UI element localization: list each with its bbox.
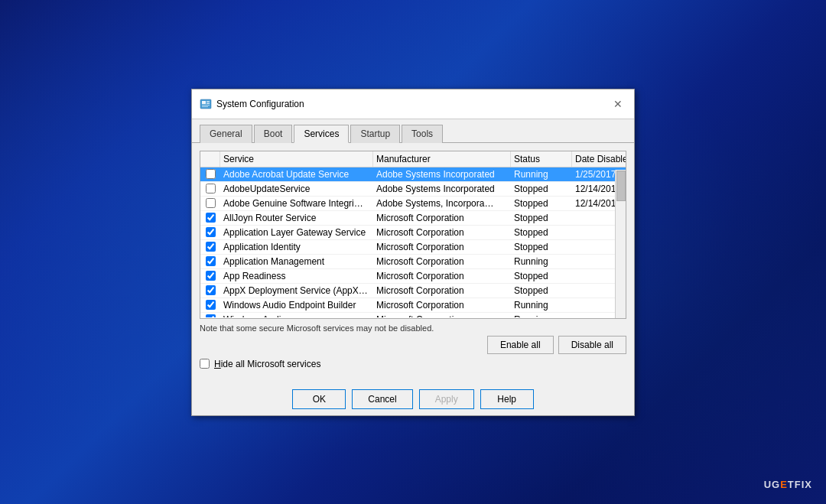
row-service: Adobe Genuine Software Integri…: [220, 197, 373, 210]
header-status: Status: [511, 151, 572, 167]
title-bar-left: System Configuration: [200, 98, 304, 110]
row-checkbox[interactable]: [206, 300, 216, 310]
svg-rect-2: [206, 101, 210, 102]
row-checkbox[interactable]: [206, 169, 216, 179]
row-checkbox-cell[interactable]: [200, 240, 220, 253]
svg-rect-4: [202, 105, 210, 106]
row-status: Stopped: [511, 269, 572, 283]
apply-button[interactable]: Apply: [419, 389, 474, 409]
table-header: Service Manufacturer Status Date Disable…: [200, 151, 626, 167]
row-status: Running: [511, 255, 572, 268]
row-manufacturer: Adobe Systems, Incorpora…: [373, 197, 511, 210]
header-manufacturer: Manufacturer: [373, 151, 511, 167]
header-checkbox: [200, 151, 220, 167]
tab-boot[interactable]: Boot: [254, 125, 293, 143]
row-status: Running: [511, 167, 572, 181]
table-row[interactable]: AllJoyn Router ServiceMicrosoft Corporat…: [200, 211, 626, 226]
row-manufacturer: Microsoft Corporation: [373, 255, 511, 268]
row-status: Running: [511, 298, 572, 312]
row-checkbox-cell[interactable]: [200, 182, 220, 195]
row-manufacturer: Adobe Systems Incorporated: [373, 182, 511, 196]
hide-ms-label[interactable]: Hide all Microsoft services: [214, 359, 320, 369]
row-checkbox[interactable]: [206, 213, 216, 223]
table-row[interactable]: Application ManagementMicrosoft Corporat…: [200, 255, 626, 269]
row-service: Application Management: [220, 255, 373, 268]
table-row[interactable]: Adobe Genuine Software Integri…Adobe Sys…: [200, 197, 626, 211]
bottom-buttons: OK Cancel Apply Help: [192, 385, 634, 415]
table-row[interactable]: Adobe Acrobat Update ServiceAdobe System…: [200, 167, 626, 182]
row-service: Application Identity: [220, 240, 373, 254]
row-service: AllJoyn Router Service: [220, 211, 373, 225]
hide-ms-checkbox[interactable]: [200, 359, 210, 369]
row-status: Stopped: [511, 197, 572, 210]
row-status: Running: [511, 313, 572, 317]
table-body: Adobe Acrobat Update ServiceAdobe System…: [200, 167, 626, 317]
row-manufacturer: Microsoft Corporation: [373, 240, 511, 254]
scrollbar-thumb[interactable]: [616, 171, 626, 201]
svg-rect-3: [206, 102, 210, 104]
row-checkbox[interactable]: [206, 285, 216, 295]
enable-all-button[interactable]: Enable all: [487, 336, 554, 354]
row-checkbox-cell[interactable]: [200, 167, 220, 180]
hide-ms-row: Hide all Microsoft services: [200, 359, 626, 369]
table-row[interactable]: Windows Audio Endpoint BuilderMicrosoft …: [200, 298, 626, 313]
watermark: UGETFIX: [764, 479, 812, 490]
disable-all-button[interactable]: Disable all: [558, 336, 626, 354]
row-service: AppX Deployment Service (AppX…: [220, 284, 373, 298]
table-row[interactable]: App ReadinessMicrosoft CorporationStoppe…: [200, 269, 626, 284]
row-checkbox[interactable]: [206, 227, 216, 237]
header-service: Service: [220, 151, 373, 167]
row-status: Stopped: [511, 284, 572, 298]
row-checkbox-cell[interactable]: [200, 197, 220, 210]
row-manufacturer: Microsoft Corporation: [373, 211, 511, 225]
row-checkbox-cell[interactable]: [200, 255, 220, 268]
table-row[interactable]: AppX Deployment Service (AppX…Microsoft …: [200, 284, 626, 298]
tab-startup[interactable]: Startup: [350, 125, 400, 143]
table-row[interactable]: Application IdentityMicrosoft Corporatio…: [200, 240, 626, 255]
row-checkbox[interactable]: [206, 314, 216, 317]
config-icon: [200, 98, 212, 110]
scrollbar[interactable]: [615, 170, 626, 318]
row-checkbox[interactable]: [206, 256, 216, 266]
row-checkbox-cell[interactable]: [200, 298, 220, 311]
row-manufacturer: Microsoft Corporation: [373, 269, 511, 283]
header-date: Date Disabled: [572, 151, 626, 167]
enable-disable-row: Enable all Disable all: [200, 336, 626, 354]
row-service: App Readiness: [220, 269, 373, 283]
tab-services[interactable]: Services: [294, 125, 349, 143]
row-checkbox-cell[interactable]: [200, 269, 220, 282]
cancel-button[interactable]: Cancel: [352, 389, 412, 409]
row-status: Stopped: [511, 211, 572, 225]
row-service: Application Layer Gateway Service: [220, 226, 373, 239]
row-checkbox-cell[interactable]: [200, 313, 220, 317]
tab-general[interactable]: General: [200, 125, 252, 143]
row-status: Stopped: [511, 226, 572, 239]
row-manufacturer: Adobe Systems Incorporated: [373, 167, 511, 181]
row-checkbox[interactable]: [206, 242, 216, 252]
row-service: Windows Audio Endpoint Builder: [220, 298, 373, 312]
row-checkbox[interactable]: [206, 271, 216, 281]
note-text: Note that some secure Microsoft services…: [200, 324, 626, 333]
svg-rect-1: [202, 101, 206, 104]
ok-button[interactable]: OK: [292, 389, 346, 409]
services-table: Service Manufacturer Status Date Disable…: [200, 151, 626, 319]
row-checkbox[interactable]: [206, 198, 216, 208]
dialog-content: Service Manufacturer Status Date Disable…: [192, 143, 634, 385]
table-row[interactable]: AdobeUpdateServiceAdobe Systems Incorpor…: [200, 182, 626, 197]
row-service: Adobe Acrobat Update Service: [220, 167, 373, 181]
close-button[interactable]: ✕: [610, 96, 626, 112]
dialog-title: System Configuration: [216, 99, 304, 109]
row-checkbox-cell[interactable]: [200, 211, 220, 224]
row-manufacturer: Microsoft Corporation: [373, 313, 511, 317]
row-checkbox[interactable]: [206, 184, 216, 193]
help-button[interactable]: Help: [480, 389, 534, 409]
table-row[interactable]: Application Layer Gateway ServiceMicroso…: [200, 226, 626, 240]
row-manufacturer: Microsoft Corporation: [373, 226, 511, 239]
tab-bar: General Boot Services Startup Tools: [192, 119, 634, 143]
row-checkbox-cell[interactable]: [200, 226, 220, 239]
row-service: Windows Audio: [220, 313, 373, 317]
tab-tools[interactable]: Tools: [402, 125, 443, 143]
row-checkbox-cell[interactable]: [200, 284, 220, 297]
table-row[interactable]: Windows AudioMicrosoft CorporationRunnin…: [200, 313, 626, 317]
svg-rect-5: [202, 106, 208, 107]
